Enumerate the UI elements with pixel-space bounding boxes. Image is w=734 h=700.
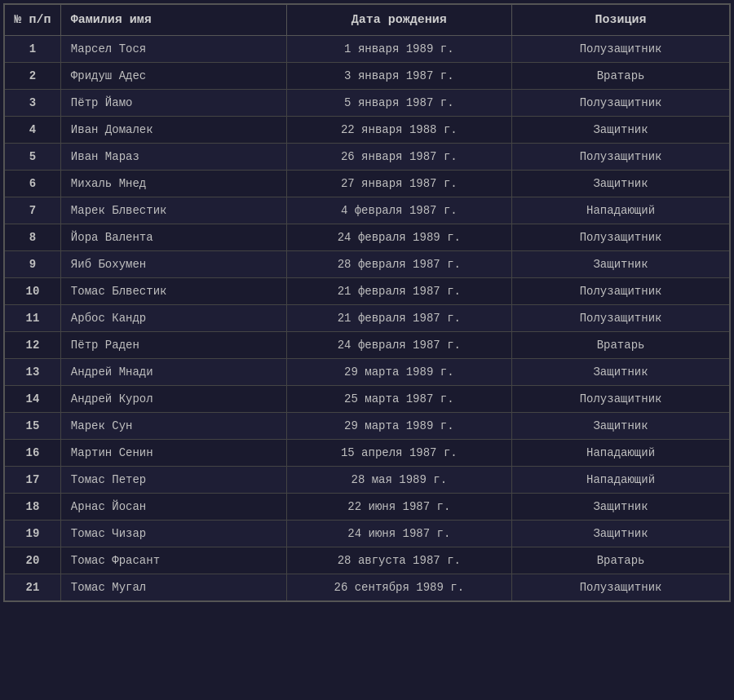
cell-name: Томас Петер [60,467,286,494]
table-row: 14Андрей Курол25 марта 1987 г.Полузащитн… [4,386,730,413]
cell-position: Вратарь [512,547,730,574]
cell-date: 28 августа 1987 г. [286,547,512,574]
main-container: № п/п Фамилия имя Дата рождения Позиция … [0,0,734,605]
cell-number: 12 [4,332,60,359]
cell-name: Томас Блвестик [60,278,286,305]
cell-date: 24 февраля 1989 г. [286,224,512,251]
cell-name: Михаль Мнед [60,171,286,197]
table-row: 19Томас Чизар24 июня 1987 г.Защитник [4,521,730,547]
table-row: 5Иван Мараз26 января 1987 г.Полузащитник [4,144,730,171]
cell-name: Пётр Йамо [60,90,286,117]
cell-number: 2 [4,63,60,90]
table-row: 16Мартин Сенин15 апреля 1987 г.Нападающи… [4,440,730,467]
cell-position: Защитник [512,521,730,547]
cell-name: Пётр Раден [60,332,286,359]
cell-number: 10 [4,278,60,305]
table-row: 9Яиб Бохумен28 февраля 1987 г.Защитник [4,251,730,278]
cell-number: 15 [4,413,60,440]
cell-number: 7 [4,197,60,224]
cell-name: Фридуш Адес [60,63,286,90]
cell-date: 28 мая 1989 г. [286,467,512,494]
cell-name: Арнас Йосан [60,494,286,521]
cell-position: Полузащитник [512,90,730,117]
table-row: 18Арнас Йосан22 июня 1987 г.Защитник [4,494,730,521]
cell-date: 28 февраля 1987 г. [286,251,512,278]
cell-number: 5 [4,144,60,171]
cell-number: 20 [4,547,60,574]
cell-date: 1 января 1989 г. [286,36,512,63]
cell-number: 6 [4,171,60,197]
table-row: 7Марек Блвестик4 февраля 1987 г.Нападающ… [4,197,730,224]
cell-date: 15 апреля 1987 г. [286,440,512,467]
cell-name: Томас Мугал [60,574,286,602]
cell-name: Иван Домалек [60,117,286,144]
cell-date: 22 июня 1987 г. [286,494,512,521]
players-table: № п/п Фамилия имя Дата рождения Позиция … [3,3,731,602]
table-header-row: № п/п Фамилия имя Дата рождения Позиция [4,4,730,36]
cell-position: Вратарь [512,63,730,90]
cell-number: 16 [4,440,60,467]
cell-number: 18 [4,494,60,521]
table-row: 3Пётр Йамо5 января 1987 г.Полузащитник [4,90,730,117]
cell-position: Полузащитник [512,36,730,63]
cell-position: Защитник [512,359,730,386]
cell-date: 24 июня 1987 г. [286,521,512,547]
cell-position: Полузащитник [512,278,730,305]
cell-number: 9 [4,251,60,278]
cell-name: Марсел Тося [60,36,286,63]
cell-position: Защитник [512,117,730,144]
table-row: 10Томас Блвестик21 февраля 1987 г.Полуза… [4,278,730,305]
cell-number: 19 [4,521,60,547]
cell-position: Защитник [512,171,730,197]
cell-name: Андрей Мнади [60,359,286,386]
cell-number: 8 [4,224,60,251]
table-row: 4Иван Домалек22 января 1988 г.Защитник [4,117,730,144]
cell-date: 22 января 1988 г. [286,117,512,144]
cell-number: 1 [4,36,60,63]
cell-date: 3 января 1987 г. [286,63,512,90]
cell-position: Полузащитник [512,574,730,602]
cell-name: Томас Фрасант [60,547,286,574]
cell-name: Томас Чизар [60,521,286,547]
cell-position: Вратарь [512,332,730,359]
cell-date: 26 сентября 1989 г. [286,574,512,602]
cell-number: 3 [4,90,60,117]
cell-position: Нападающий [512,467,730,494]
cell-position: Защитник [512,413,730,440]
table-row: 17Томас Петер28 мая 1989 г.Нападающий [4,467,730,494]
cell-name: Марек Сун [60,413,286,440]
cell-number: 11 [4,305,60,332]
table-row: 8Йора Валента24 февраля 1989 г.Полузащит… [4,224,730,251]
cell-date: 5 января 1987 г. [286,90,512,117]
cell-date: 21 февраля 1987 г. [286,278,512,305]
col-header-date: Дата рождения [286,4,512,36]
cell-position: Защитник [512,494,730,521]
cell-number: 17 [4,467,60,494]
cell-date: 21 февраля 1987 г. [286,305,512,332]
cell-position: Полузащитник [512,224,730,251]
cell-date: 4 февраля 1987 г. [286,197,512,224]
table-row: 13Андрей Мнади29 марта 1989 г.Защитник [4,359,730,386]
cell-name: Йора Валента [60,224,286,251]
cell-position: Нападающий [512,197,730,224]
cell-date: 27 января 1987 г. [286,171,512,197]
table-row: 12Пётр Раден24 февраля 1987 г.Вратарь [4,332,730,359]
cell-number: 21 [4,574,60,602]
cell-number: 14 [4,386,60,413]
cell-name: Арбос Кандр [60,305,286,332]
table-row: 6Михаль Мнед27 января 1987 г.Защитник [4,171,730,197]
table-row: 15Марек Сун29 марта 1989 г.Защитник [4,413,730,440]
cell-date: 26 января 1987 г. [286,144,512,171]
cell-position: Полузащитник [512,144,730,171]
table-row: 11Арбос Кандр21 февраля 1987 г.Полузащит… [4,305,730,332]
cell-position: Полузащитник [512,305,730,332]
table-row: 20Томас Фрасант28 августа 1987 г.Вратарь [4,547,730,574]
col-header-name: Фамилия имя [60,4,286,36]
cell-position: Нападающий [512,440,730,467]
cell-name: Андрей Курол [60,386,286,413]
cell-date: 24 февраля 1987 г. [286,332,512,359]
cell-name: Мартин Сенин [60,440,286,467]
col-header-number: № п/п [4,4,60,36]
table-row: 21Томас Мугал26 сентября 1989 г.Полузащи… [4,574,730,602]
table-row: 2Фридуш Адес3 января 1987 г.Вратарь [4,63,730,90]
